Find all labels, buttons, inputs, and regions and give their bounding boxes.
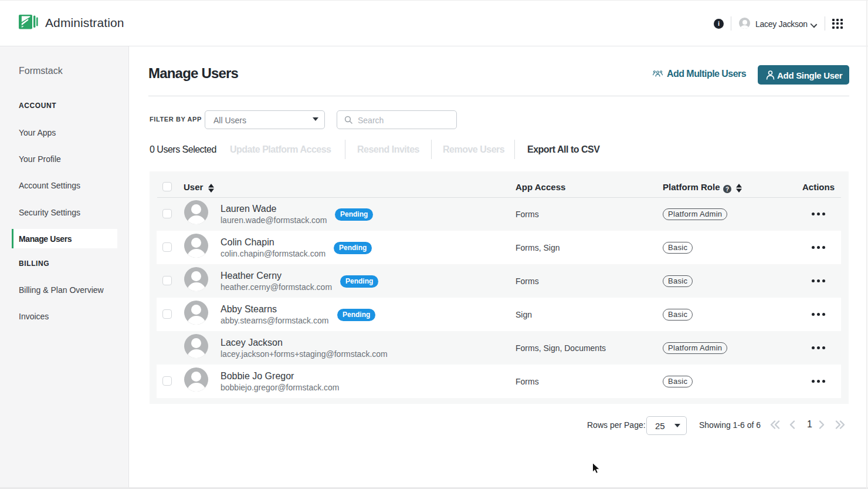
svg-text:?: ? — [725, 186, 729, 192]
